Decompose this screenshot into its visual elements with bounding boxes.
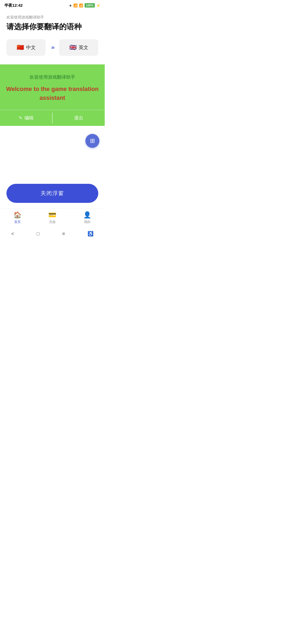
close-floating-button[interactable]: 关闭浮窗 <box>6 184 98 203</box>
mine-icon: 👤 <box>83 211 91 219</box>
status-time: 半夜12:42 <box>4 3 23 8</box>
status-bar: 半夜12:42 ∗ 📶 📶 100 % ⚡ <box>0 0 105 10</box>
source-flag: 🇨🇳 <box>17 44 24 51</box>
translation-card-actions: ✎ 编辑 退出 <box>0 110 105 126</box>
nav-home-label: 首页 <box>14 220 21 224</box>
fab-button[interactable]: ⊞ <box>85 134 99 148</box>
accessibility-button[interactable]: ♿ <box>88 231 93 237</box>
menu-button[interactable]: ≡ <box>62 231 65 237</box>
edit-button[interactable]: ✎ 编辑 <box>0 110 52 126</box>
nav-mine[interactable]: 👤 我的 <box>83 211 91 224</box>
back-button[interactable]: < <box>11 231 14 237</box>
bottom-nav: 🏠 首页 💳 充值 👤 我的 <box>0 208 105 229</box>
fab-icon: ⊞ <box>90 137 95 144</box>
target-lang-button[interactable]: 🇬🇧 英文 <box>59 39 98 56</box>
translation-cn-text: 欢迎使用游戏翻译助手 <box>0 74 105 80</box>
home-icon: 🏠 <box>13 211 21 219</box>
recharge-icon: 💳 <box>48 211 56 219</box>
sys-nav: < □ ≡ ♿ <box>0 229 105 240</box>
close-btn-area: 关闭浮窗 <box>0 180 105 208</box>
wifi-icon: 📶 <box>79 3 83 8</box>
charge-icon: ⚡ <box>96 3 100 8</box>
target-lang-label: 英文 <box>79 44 88 51</box>
translation-card: 欢迎使用游戏翻译助手 Welcome to the game translati… <box>0 64 105 126</box>
lang-arrow: ››› <box>46 44 59 51</box>
exit-label: 退出 <box>74 115 83 121</box>
nav-mine-label: 我的 <box>84 220 90 224</box>
main-content: 欢迎使用游戏翻译助手 请选择你要翻译的语种 🇨🇳 中文 ››› 🇬🇧 英文 <box>0 10 105 64</box>
exit-button[interactable]: 退出 <box>53 110 105 126</box>
nav-recharge[interactable]: 💳 充值 <box>48 211 56 224</box>
source-lang-label: 中文 <box>26 44 36 51</box>
main-title: 请选择你要翻译的语种 <box>6 22 98 32</box>
bluetooth-icon: ∗ <box>69 3 72 8</box>
floating-area: ⊞ <box>0 126 105 180</box>
edit-icon: ✎ <box>19 115 22 120</box>
edit-label: 编辑 <box>24 115 34 121</box>
signal-icon: 📶 <box>73 3 78 8</box>
status-icons: ∗ 📶 📶 100 % ⚡ <box>69 3 100 8</box>
source-lang-button[interactable]: 🇨🇳 中文 <box>6 39 46 56</box>
target-flag: 🇬🇧 <box>69 44 77 51</box>
lang-selector: 🇨🇳 中文 ››› 🇬🇧 英文 <box>6 39 98 56</box>
battery-icon: 100 % <box>85 3 95 8</box>
nav-recharge-label: 充值 <box>49 220 56 224</box>
nav-home[interactable]: 🏠 首页 <box>13 211 21 224</box>
arrow-icon: ››› <box>51 44 54 51</box>
home-button[interactable]: □ <box>37 231 40 237</box>
translation-en-text: Welcome to the game translation assistan… <box>0 85 105 102</box>
welcome-subtitle: 欢迎使用游戏翻译助手 <box>6 15 98 20</box>
